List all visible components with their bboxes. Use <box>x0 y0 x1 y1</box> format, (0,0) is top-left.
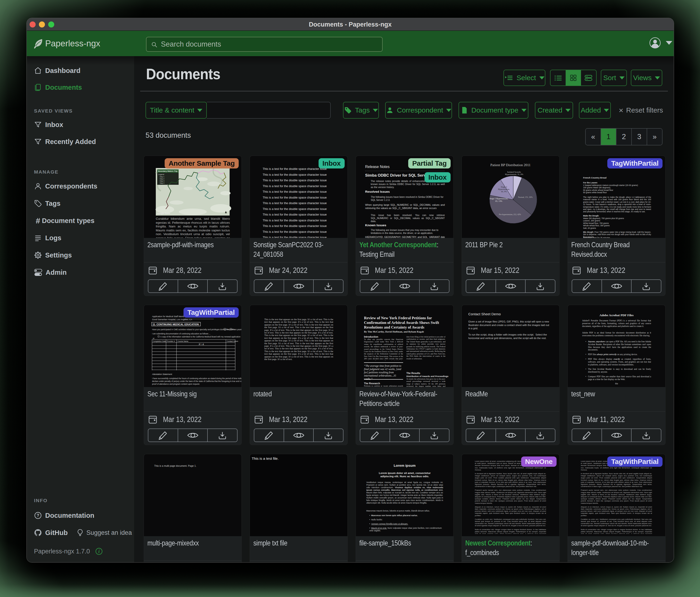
svg-text:Provider #: Provider # <box>167 340 175 342</box>
svg-text:Yes: Yes <box>226 328 229 330</box>
svg-text:i: i <box>98 549 100 554</box>
svg-text:I have successfully completed: I have successfully completed the hours … <box>152 377 242 380</box>
svg-text:Completion Date: Completion Date <box>153 340 166 342</box>
svg-text:Normal, 151, 30%: Normal, 151, 30% <box>518 196 533 198</box>
svg-text:?: ? <box>37 513 39 518</box>
svg-text:Day 1: Day 1 <box>160 176 165 178</box>
svg-text:Contact Hours: Contact Hours <box>227 340 238 342</box>
svg-text:44, 9%: 44, 9% <box>501 190 507 193</box>
svg-text:Legend: Legend <box>158 173 164 175</box>
svg-text:Hypertension,: Hypertension, <box>498 188 510 190</box>
svg-text:proof of attendance and progra: proof of attendance and program content … <box>152 383 200 385</box>
svg-text:Attestation Statement: Attestation Statement <box>152 373 172 375</box>
svg-text:Application for Medical Staff: Application for Medical Staff Members <box>152 315 188 318</box>
svg-text:Day 4: Day 4 <box>160 182 165 184</box>
svg-text:No: No <box>232 328 235 330</box>
svg-text:Stage 2: Stage 2 <box>501 186 507 188</box>
svg-text:or: or <box>153 337 155 339</box>
svg-text:Stage 1 Hypertension,: Stage 1 Hypertension, <box>490 197 508 200</box>
svg-text:Day 3: Day 3 <box>160 180 165 182</box>
svg-text:I am submitting documentation: I am submitting documentation of continu… <box>152 333 210 335</box>
svg-text:Isolated Systolic: Isolated Systolic <box>507 171 521 173</box>
svg-text:65, 13%: 65, 13% <box>495 200 502 202</box>
svg-text:Course Name: Course Name <box>177 340 189 342</box>
svg-text:Day 2: Day 2 <box>160 178 165 180</box>
svg-text:N \ A: N \ A <box>198 343 204 345</box>
svg-text:Boundary Waters Trip: Boundary Waters Trip <box>158 170 177 172</box>
svg-text:Google Earth: Google Earth <box>157 212 170 215</box>
svg-text:11. CONTINUING MEDICAL EDUCATI: 11. CONTINUING MEDICAL EDUCATION <box>152 323 199 326</box>
svg-text:Good Samaritan Hospital, Los A: Good Samaritan Hospital, Los Angeles, CA <box>152 318 192 320</box>
svg-text:declare under penalty of perju: declare under penalty of perjury under t… <box>152 380 242 382</box>
svg-text:Hypertension, 31, 6%: Hypertension, 31, 6% <box>505 173 524 175</box>
svg-text:A copy of the information subm: A copy of the information submitted to t… <box>160 336 241 338</box>
svg-text:Pre-hypertension, 212, 42%: Pre-hypertension, 212, 42% <box>499 213 521 216</box>
svg-text:Patient BP Distribution 2011: Patient BP Distribution 2011 <box>491 163 531 167</box>
